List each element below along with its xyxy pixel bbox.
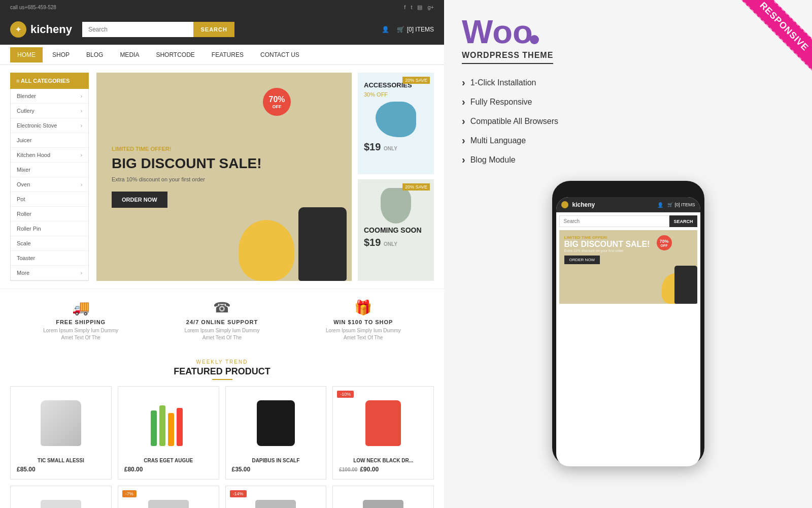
woo-text: Woo (462, 13, 533, 50)
feature-label-4: Multi Language (470, 136, 526, 145)
sidebar-item[interactable]: Cutlery › (11, 104, 88, 118)
facebook-icon[interactable]: f (404, 4, 405, 11)
phone-offer: LIMITED TIME OFFER! (564, 235, 692, 240)
phone-hero-banner: LIMITED TIME OFFER! BIG DISCOUNT SALE! E… (559, 230, 697, 304)
support-icon: ☎ (151, 299, 292, 316)
product-badge-7: -14% (230, 490, 247, 497)
phone-search-form: SEARCH (559, 215, 697, 227)
user-icon: 👤 (382, 26, 389, 33)
discount-badge: 70% OFF (263, 88, 291, 116)
product-price-1: £85.00 (17, 466, 105, 473)
sidebar-item[interactable]: More › (11, 266, 88, 280)
product-card-6[interactable]: -7% BEAUTIFULLY DESIGN... (118, 486, 219, 508)
main-content: ≡ ALL CATEGORIES Blender › Cutlery › Ele… (0, 65, 444, 289)
product8-image (363, 500, 403, 508)
feature-label-2: Fully Responsive (470, 98, 532, 107)
sidebar-item[interactable]: Juicer (11, 133, 88, 148)
black-jar-image (298, 207, 347, 281)
sidebar-item[interactable]: Kitchen Hood › (11, 148, 88, 163)
logo-text: kicheny (30, 23, 72, 36)
user-icon-area[interactable]: 👤 (382, 26, 389, 33)
nav-features[interactable]: FEATURES (205, 47, 251, 62)
twitter-icon[interactable]: t (411, 4, 412, 11)
weekly-trend-label: Weekly Trend (10, 359, 434, 365)
products-grid-2: DESIGNER COURT -7% BEAUTIFULLY DESIGN...… (10, 486, 434, 508)
feature-title-3: WIN $100 TO SHOP (293, 319, 434, 325)
sidebar-item[interactable]: Electronic Stove › (11, 118, 88, 133)
nav-blog[interactable]: BLOG (79, 47, 110, 62)
product-card-2[interactable]: CRAS EGET AUGUE £80.00 (118, 386, 219, 480)
feature-label-3: Compatible All Browsers (470, 117, 558, 126)
search-button[interactable]: SEARCH (193, 22, 234, 37)
hero-area: LIMITED TIME OFFER! BIG DISCOUNT SALE! E… (96, 73, 434, 281)
cart-icon-area[interactable]: 🛒 [0] ITEMS (397, 26, 434, 33)
phone-discount-sub: OFF (661, 244, 668, 247)
sidebar-item[interactable]: Blender › (11, 89, 88, 104)
nav-contact[interactable]: CONTACT US (253, 47, 307, 62)
product-card-3[interactable]: DAPIBUS IN SCALF £35.00 (225, 386, 327, 480)
side-banners: 20% SAVE ACCESSORIES 30% OFF $19 ONLY 20… (358, 73, 434, 281)
feature-label-1: 1-Click Installation (470, 78, 536, 87)
nav-media[interactable]: MEDIA (113, 47, 146, 62)
product-card-7[interactable]: -14% WHITE DESIGNER DRE... (225, 486, 327, 508)
banner-price-1: $19 ONLY (364, 141, 428, 153)
rss-icon[interactable]: ▤ (417, 4, 422, 11)
sidebar-item[interactable]: Toaster (11, 251, 88, 266)
nav-home[interactable]: HOME (10, 47, 43, 62)
banner-price-2: $19 ONLY (364, 237, 428, 248)
discount-percent: 70% (268, 95, 285, 104)
main-nav: HOME SHOP BLOG MEDIA SHORTCODE FEATURES … (0, 45, 444, 65)
features-strip: 🚚 FREE SHIPPING Lorem Ipsum Simply Ium D… (0, 289, 444, 352)
gift-icon: 🎁 (293, 299, 434, 316)
hero-title: BIG DISCOUNT SALE! (112, 156, 262, 172)
hero-order-button[interactable]: ORDER NOW (112, 192, 167, 208)
responsive-ribbon: RESPONSIVE (740, 0, 812, 71)
banner-coming-soon: 20% SAVE COOMING SOON $19 ONLY (358, 179, 434, 281)
banner-off-1: 30% OFF (364, 91, 428, 98)
products-section: Weekly Trend FEATURED PRODUCT TIC SMALL … (0, 352, 444, 508)
product6-image (148, 500, 189, 508)
phone-black-jar (674, 266, 697, 304)
sidebar-item[interactable]: Roller Pin (11, 221, 88, 236)
product-card-5[interactable]: DESIGNER COURT (10, 486, 112, 508)
logo[interactable]: ✦ kicheny (10, 21, 72, 38)
sidebar-item[interactable]: Scale (11, 236, 88, 251)
nav-shop[interactable]: SHOP (45, 47, 77, 62)
feature-desc-1: Lorem Ipsum Simply Ium DummyAmet Text Of… (10, 327, 151, 341)
product-price-3: £35.00 (232, 466, 320, 473)
phone-search-button[interactable]: SEARCH (669, 215, 697, 227)
product-name-2: CRAS EGET AUGUE (124, 458, 213, 463)
woo-logo-container: Woo (462, 15, 533, 48)
coming-soon-label: COOMING SOON (364, 226, 428, 234)
google-icon[interactable]: g+ (427, 4, 434, 11)
discount-sub: OFF (273, 104, 282, 109)
sidebar-list: Blender › Cutlery › Electronic Stove › J… (10, 89, 89, 281)
wordpress-theme-label: WORDPRESS THEME (462, 51, 553, 64)
feature-desc-3: Lorem Ipsum Simply Ium DummyAmet Text Of… (293, 327, 434, 341)
hero-banner: LIMITED TIME OFFER! BIG DISCOUNT SALE! E… (96, 73, 352, 281)
product-card-1[interactable]: TIC SMALL ALESSI £85.00 (10, 386, 112, 480)
sidebar-item[interactable]: Pot (11, 192, 88, 207)
feature-responsive: Fully Responsive (462, 96, 794, 108)
product-card-8[interactable]: STRETCHABLE JEAN (332, 486, 434, 508)
search-input[interactable] (82, 22, 194, 37)
sidebar: ≡ ALL CATEGORIES Blender › Cutlery › Ele… (10, 73, 89, 281)
phone-search-input[interactable] (559, 215, 670, 227)
cart-count: [0] ITEMS (407, 26, 434, 33)
product-image-8 (339, 492, 427, 508)
phone-hero-title: BIG DISCOUNT SALE! (564, 240, 692, 249)
hero-content: LIMITED TIME OFFER! BIG DISCOUNT SALE! E… (112, 146, 262, 208)
product-card-4[interactable]: -10% LOW NECK BLACK DR... £100.00£90.00 (332, 386, 434, 480)
sidebar-item[interactable]: Roller (11, 207, 88, 221)
sidebar-item[interactable]: Mixer (11, 163, 88, 177)
nav-shortcode[interactable]: SHORTCODE (149, 47, 201, 62)
product-image-5 (17, 492, 105, 508)
phone-order-button[interactable]: ORDER NOW (564, 256, 600, 264)
yellow-jar-image (239, 220, 294, 281)
product-name-1: TIC SMALL ALESSI (17, 458, 105, 463)
product-price-old-4: £100.00 (339, 467, 357, 472)
juicer-image (41, 400, 81, 446)
feature-blog: Blog Module (462, 154, 794, 166)
sidebar-item[interactable]: Oven › (11, 177, 88, 192)
feature-desc-2: Lorem Ipsum Simply Ium DummyAmet Text Of… (151, 327, 292, 341)
